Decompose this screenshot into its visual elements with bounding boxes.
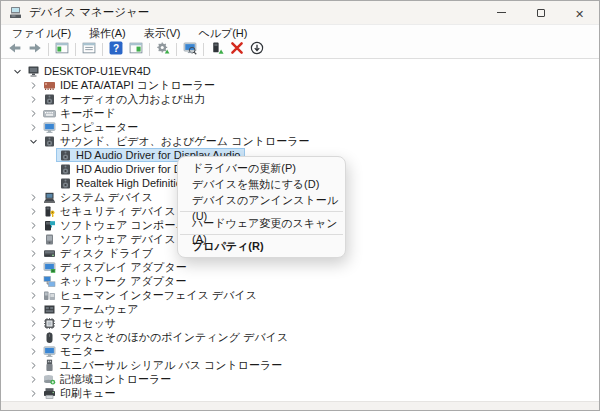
tree-item[interactable]: ファームウェア	[1, 302, 599, 316]
chevron-right-icon[interactable]	[26, 358, 40, 372]
chevron-right-icon[interactable]	[26, 106, 40, 120]
storage-controller-icon	[41, 373, 57, 386]
tree-item-body[interactable]: キーボード	[40, 106, 121, 120]
disable-device-button[interactable]	[247, 42, 267, 58]
chevron-right-icon[interactable]	[26, 78, 40, 92]
add-drivers-icon	[210, 41, 224, 59]
tree-item[interactable]: 印刷キュー	[1, 386, 599, 400]
tree-item-body[interactable]: マウスとそのほかのポインティング デバイス	[40, 330, 293, 344]
back-button[interactable]	[5, 42, 25, 58]
tree-item-body[interactable]: ディスプレイ アダプター	[40, 260, 192, 274]
minimize-button[interactable]	[482, 1, 521, 24]
add-drivers-button[interactable]	[207, 42, 227, 58]
tree-item[interactable]: 記憶域コントローラー	[1, 372, 599, 386]
tree-item-body[interactable]: IDE ATA/ATAPI コントローラー	[40, 78, 220, 92]
keyboard-icon	[41, 107, 57, 120]
tree-item[interactable]: DESKTOP-U1EVR4D	[1, 64, 599, 78]
action-pane-icon	[129, 41, 143, 59]
tree-item[interactable]: ヒューマン インターフェイス デバイス	[1, 288, 599, 302]
console-tree-button[interactable]	[52, 42, 72, 58]
context-menu-item[interactable]: ハードウェア変更のスキャン(A)	[178, 215, 345, 231]
uninstall-device-button[interactable]	[227, 42, 247, 58]
tree-item-label: モニター	[57, 344, 105, 359]
chevron-right-icon[interactable]	[26, 288, 40, 302]
tree-item-body[interactable]: ユニバーサル シリアル バス コントローラー	[40, 358, 287, 372]
menubar-item-2[interactable]: 表示(V)	[135, 25, 190, 41]
tree-item[interactable]: マウスとそのほかのポインティング デバイス	[1, 330, 599, 344]
tree-item-body[interactable]: ディスク ドライブ	[40, 246, 158, 260]
properties-button[interactable]	[79, 42, 99, 58]
tree-item-body[interactable]: 印刷キュー	[40, 386, 121, 400]
chevron-right-icon[interactable]	[26, 302, 40, 316]
tree-item-body[interactable]: システム デバイス	[40, 190, 158, 204]
chevron-right-icon[interactable]	[26, 274, 40, 288]
menubar-item-0[interactable]: ファイル(F)	[3, 25, 80, 41]
help-icon: ?	[109, 41, 123, 59]
maximize-button[interactable]	[521, 1, 560, 24]
chevron-right-icon[interactable]	[26, 204, 40, 218]
tree-item-body[interactable]: 記憶域コントローラー	[40, 372, 176, 386]
minimize-icon	[497, 12, 506, 13]
tree-item[interactable]: ネットワーク アダプター	[1, 274, 599, 288]
tree-item[interactable]: モニター	[1, 344, 599, 358]
context-menu: ドライバーの更新(P)デバイスを無効にする(D)デバイスのアンインストール(U)…	[177, 156, 346, 258]
menubar-item-3[interactable]: ヘルプ(H)	[189, 25, 256, 41]
chevron-right-icon[interactable]	[26, 260, 40, 274]
chevron-right-icon[interactable]	[26, 120, 40, 134]
tree-item-label: オーディオの入力および出力	[57, 92, 205, 107]
forward-button[interactable]	[25, 42, 45, 58]
scan-hardware-button[interactable]	[180, 42, 200, 58]
chevron-down-icon[interactable]	[10, 64, 24, 78]
tree-item[interactable]: ユニバーサル シリアル バス コントローラー	[1, 358, 599, 372]
action-pane-button[interactable]	[126, 42, 146, 58]
tree-item-body[interactable]: ファームウェア	[40, 302, 144, 316]
window-controls: ✕	[482, 1, 599, 24]
tree-item-body[interactable]: ネットワーク アダプター	[40, 274, 191, 288]
chevron-right-icon[interactable]	[26, 386, 40, 400]
tree-item-body[interactable]: ソフトウェア デバイス	[40, 232, 181, 246]
chevron-right-icon[interactable]	[26, 246, 40, 260]
context-menu-item[interactable]: プロパティ(R)	[178, 238, 345, 254]
tree-item[interactable]: プロセッサ	[1, 316, 599, 330]
toolbar-separator	[48, 43, 49, 56]
chevron-right-icon[interactable]	[26, 330, 40, 344]
tree-item-body[interactable]: サウンド、ビデオ、およびゲーム コントローラー	[40, 134, 314, 148]
tree-item-body[interactable]: オーディオの入力および出力	[40, 92, 210, 106]
menubar-item-1[interactable]: 操作(A)	[80, 25, 135, 41]
tree-item-body[interactable]: コンピューター	[40, 120, 143, 134]
device-manager-window: デバイス マネージャー ✕ ファイル(F)操作(A)表示(V)ヘルプ(H) ? …	[0, 0, 600, 411]
tree-item-body[interactable]: プロセッサ	[40, 316, 121, 330]
chevron-right-icon[interactable]	[26, 218, 40, 232]
tree-item-body[interactable]: セキュリティ デバイス	[40, 204, 181, 218]
chevron-right-icon[interactable]	[26, 344, 40, 358]
close-button[interactable]: ✕	[560, 1, 599, 24]
chevron-down-icon[interactable]	[26, 134, 40, 148]
chevron-right-icon[interactable]	[26, 232, 40, 246]
svg-text:?: ?	[113, 42, 119, 53]
help-button[interactable]: ?	[106, 42, 126, 58]
tree-item-label: DESKTOP-U1EVR4D	[41, 65, 151, 77]
update-driver-button[interactable]	[153, 42, 173, 58]
network-adapter-icon	[41, 275, 57, 288]
toolbar: ?	[1, 41, 599, 59]
tree-item[interactable]: オーディオの入力および出力	[1, 92, 599, 106]
chevron-right-icon[interactable]	[26, 316, 40, 330]
chevron-right-icon[interactable]	[26, 92, 40, 106]
chevron-right-icon[interactable]	[26, 372, 40, 386]
tree-item[interactable]: IDE ATA/ATAPI コントローラー	[1, 78, 599, 92]
tree-item-body[interactable]: ヒューマン インターフェイス デバイス	[40, 288, 262, 302]
tree-item[interactable]: サウンド、ビデオ、およびゲーム コントローラー	[1, 134, 599, 148]
context-menu-item[interactable]: ドライバーの更新(P)	[178, 160, 345, 176]
tree-item[interactable]: ディスプレイ アダプター	[1, 260, 599, 274]
chevron-right-icon[interactable]	[26, 190, 40, 204]
tree-item[interactable]: キーボード	[1, 106, 599, 120]
mouse-icon	[41, 331, 57, 344]
chevron-spacer	[42, 148, 56, 162]
tree-item-body[interactable]: モニター	[40, 344, 110, 358]
tree-item[interactable]: コンピューター	[1, 120, 599, 134]
tree-item-body[interactable]: DESKTOP-U1EVR4D	[24, 64, 156, 78]
print-queue-icon	[41, 387, 57, 400]
context-menu-item[interactable]: デバイスのアンインストール(U)	[178, 192, 345, 208]
context-menu-item[interactable]: デバイスを無効にする(D)	[178, 176, 345, 192]
usb-controller-icon	[41, 359, 57, 372]
